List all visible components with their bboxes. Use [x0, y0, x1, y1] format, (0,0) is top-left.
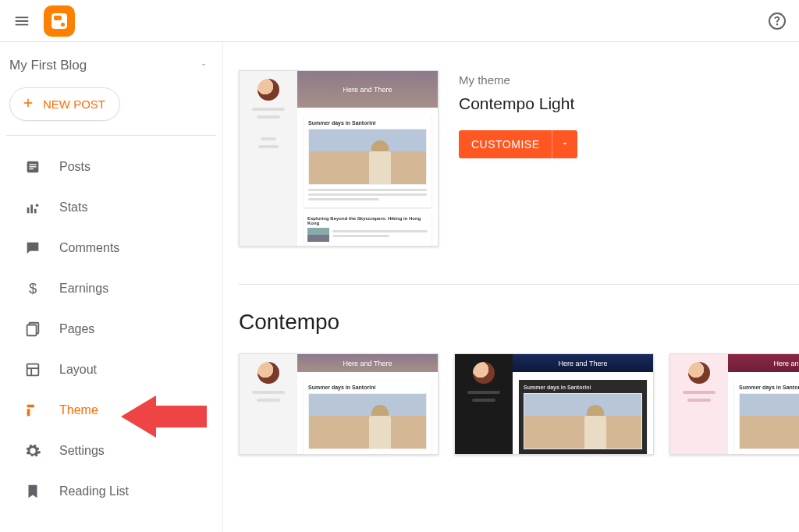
- new-post-button[interactable]: NEW POST: [9, 87, 120, 121]
- svg-rect-12: [27, 364, 39, 376]
- section-title: Contempo: [239, 310, 799, 335]
- current-theme-section: Here and There Summer days in Santorini …: [239, 70, 799, 270]
- sidebar-item-posts[interactable]: Posts: [0, 147, 222, 187]
- preview-post2-title: Exploring Beyond the Skyscrapers: Hiking…: [307, 216, 428, 225]
- sidebar-item-stats[interactable]: Stats: [0, 187, 222, 228]
- layout-icon: [23, 360, 42, 379]
- sidebar-item-label: Stats: [59, 200, 87, 215]
- theme-grid: Here and There Summer days in Santorini …: [239, 353, 799, 455]
- header: [0, 0, 799, 42]
- plus-icon: [21, 96, 35, 112]
- blogger-logo[interactable]: [44, 5, 75, 37]
- sidebar-item-layout[interactable]: Layout: [0, 349, 222, 390]
- sidebar-item-earnings[interactable]: $ Earnings: [0, 268, 222, 309]
- chevron-down-icon: [199, 58, 208, 73]
- new-post-label: NEW POST: [43, 98, 105, 111]
- theme-hero: Here and There: [513, 354, 653, 372]
- gear-icon: [23, 442, 42, 460]
- theme-icon: [23, 401, 42, 420]
- sidebar-item-comments[interactable]: Comments: [0, 228, 222, 268]
- svg-rect-3: [29, 166, 36, 167]
- main-content: Here and There Summer days in Santorini …: [223, 42, 799, 532]
- svg-rect-5: [27, 207, 30, 213]
- stats-icon: [23, 198, 42, 217]
- current-theme-preview[interactable]: Here and There Summer days in Santorini …: [239, 70, 439, 246]
- bookmark-icon: [23, 482, 42, 501]
- preview-post-title: Summer days in Santorini: [308, 120, 427, 126]
- preview-hero: Here and There: [297, 71, 438, 108]
- blog-selector[interactable]: My First Blog: [0, 58, 222, 87]
- sidebar-item-label: Reading List: [59, 484, 129, 498]
- sidebar-item-reading-list[interactable]: Reading List: [0, 471, 222, 512]
- theme-hero: Here and There: [728, 354, 799, 372]
- pages-icon: [23, 320, 42, 339]
- sidebar-item-label: Posts: [59, 160, 91, 174]
- my-theme-label: My theme: [459, 73, 577, 87]
- comments-icon: [23, 239, 42, 257]
- svg-text:$: $: [29, 280, 37, 296]
- svg-rect-2: [29, 164, 36, 165]
- posts-icon: [23, 158, 42, 176]
- nav: Posts Stats Comments $ Earnings: [0, 142, 222, 512]
- my-theme-name: Contempo Light: [459, 94, 577, 113]
- customise-button[interactable]: CUSTOMISE: [459, 130, 552, 158]
- svg-rect-6: [30, 204, 33, 213]
- earnings-icon: $: [23, 279, 42, 298]
- divider: [239, 284, 799, 285]
- caret-down-icon: [560, 139, 570, 151]
- avatar: [257, 79, 279, 101]
- svg-rect-4: [29, 168, 34, 169]
- theme-card-light[interactable]: Here and There Summer days in Santorini: [239, 353, 439, 455]
- sidebar: My First Blog NEW POST Posts: [0, 42, 223, 532]
- help-icon[interactable]: [762, 5, 793, 37]
- menu-icon[interactable]: [6, 5, 37, 37]
- theme-card-pink[interactable]: Here and There Summer days in Santorini: [669, 353, 799, 455]
- sidebar-item-label: Comments: [59, 241, 119, 255]
- sidebar-item-label: Layout: [59, 363, 97, 377]
- sidebar-item-label: Settings: [59, 444, 105, 458]
- theme-post: Summer days in Santorini: [308, 385, 427, 390]
- svg-point-8: [36, 204, 39, 207]
- svg-rect-11: [27, 325, 37, 336]
- theme-hero: Here and There: [297, 354, 438, 372]
- theme-post: Summer days in Santorini: [739, 385, 799, 390]
- sidebar-item-label: Theme: [59, 403, 98, 417]
- divider: [6, 135, 216, 136]
- blog-name: My First Blog: [9, 58, 87, 73]
- sidebar-item-label: Pages: [59, 322, 94, 336]
- theme-post: Summer days in Santorini: [524, 385, 642, 390]
- sidebar-item-label: Earnings: [59, 282, 108, 296]
- sidebar-item-settings[interactable]: Settings: [0, 431, 222, 471]
- sidebar-item-theme[interactable]: Theme: [0, 390, 222, 431]
- svg-rect-7: [34, 209, 37, 214]
- sidebar-item-pages[interactable]: Pages: [0, 309, 222, 349]
- theme-card-dark[interactable]: Here and There Summer days in Santorini: [454, 353, 654, 455]
- customise-dropdown-button[interactable]: [552, 130, 577, 158]
